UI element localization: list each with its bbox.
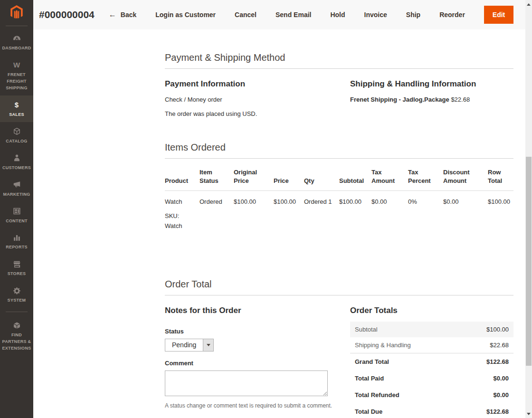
sidebar-item-label: CATALOG — [1, 138, 32, 145]
sidebar-item-catalog[interactable]: CATALOG — [0, 122, 33, 149]
totals-label: Total Refunded — [355, 391, 399, 399]
sidebar-item-label: SYSTEM — [1, 297, 32, 304]
shipping-method: Frenet Shipping - Jadlog.Package $22.68 — [350, 96, 513, 103]
status-select-arrow[interactable] — [203, 339, 213, 351]
dashboard-icon — [1, 34, 32, 43]
admin-sidebar: DASHBOARD W FRENET FREIGHT SHIPPING $ SA… — [0, 0, 33, 418]
sidebar-item-stores[interactable]: STORES — [0, 255, 33, 281]
comment-label: Comment — [165, 360, 350, 367]
comment-textarea[interactable] — [165, 370, 328, 396]
login-as-customer-button[interactable]: Login as Customer — [155, 11, 216, 19]
sidebar-item-sales[interactable]: $ SALES — [0, 95, 33, 122]
cell-price: $100.00 — [274, 191, 304, 233]
col-qty: Qty — [304, 165, 339, 191]
sku-label: SKU: — [165, 211, 196, 221]
cell-subtotal: $100.00 — [339, 191, 371, 233]
vertical-scrollbar[interactable] — [525, 0, 532, 418]
order-view-content: Payment & Shipping Method Payment Inform… — [33, 29, 525, 418]
totals-label: Total Paid — [355, 375, 384, 382]
page-header: #000000004 ← Back Login as Customer Canc… — [33, 0, 525, 29]
table-header-row: Product Item Status Original Price Price… — [165, 165, 513, 191]
totals-value: $0.00 — [493, 391, 509, 399]
payment-method: Check / Money order — [165, 96, 350, 103]
order-totals-column: Order Totals Subtotal $100.00 Shipping &… — [350, 306, 513, 418]
product-name: Watch — [165, 198, 196, 205]
col-product: Product — [165, 165, 200, 191]
totals-value: $0.00 — [493, 375, 509, 382]
cell-discount-amount: $0.00 — [443, 191, 488, 233]
shipping-information-heading: Shipping & Handling Information — [350, 79, 513, 89]
totals-row-shipping: Shipping & Handling $22.68 — [350, 337, 513, 353]
sidebar-item-label: DASHBOARD — [1, 45, 32, 52]
scrollbar-thumb[interactable] — [526, 157, 532, 366]
stores-icon — [1, 259, 32, 269]
col-price: Price — [274, 165, 304, 191]
header-actions: ← Back Login as Customer Cancel Send Ema… — [109, 6, 514, 24]
sidebar-item-find-partners[interactable]: FIND PARTNERS & EXTENSIONS — [0, 316, 33, 356]
col-tax-percent: Tax Percent — [408, 165, 443, 191]
currency-note: The order was placed using USD. — [165, 110, 350, 117]
order-totals-heading: Order Totals — [350, 306, 513, 315]
order-total-title: Order Total — [165, 279, 513, 295]
sidebar-item-content[interactable]: CONTENT — [0, 202, 33, 228]
sidebar-item-reports[interactable]: REPORTS — [0, 228, 33, 255]
edit-button[interactable]: Edit — [484, 6, 513, 24]
ship-button[interactable]: Ship — [406, 11, 420, 19]
sidebar-divider — [6, 312, 28, 312]
order-total-section: Order Total Notes for this Order Status … — [165, 279, 513, 418]
col-original-price: Original Price — [234, 165, 274, 191]
cell-product: Watch SKU: Watch — [165, 191, 200, 233]
cell-qty: Ordered 1 — [304, 191, 339, 233]
notes-heading: Notes for this Order — [165, 306, 350, 315]
payment-shipping-title: Payment & Shipping Method — [165, 52, 513, 69]
sidebar-item-label: REPORTS — [1, 244, 32, 251]
status-label: Status — [165, 328, 350, 335]
sidebar-item-label: FRENET FREIGHT SHIPPING — [1, 72, 32, 92]
table-row: Watch SKU: Watch Ordered $100.00 $100.00… — [165, 191, 513, 233]
totals-row-total-refunded: Total Refunded $0.00 — [350, 387, 513, 403]
sidebar-item-frenet-freight-shipping[interactable]: W FRENET FREIGHT SHIPPING — [0, 56, 33, 95]
invoice-button[interactable]: Invoice — [364, 11, 387, 19]
totals-row-subtotal: Subtotal $100.00 — [350, 322, 513, 337]
shipping-method-name: Frenet Shipping - Jadlog.Package — [350, 96, 449, 103]
totals-label: Subtotal — [355, 326, 378, 333]
magento-logo[interactable] — [0, 0, 33, 25]
comment-hint: A status change or comment text is requi… — [165, 402, 350, 409]
send-email-button[interactable]: Send Email — [276, 11, 311, 19]
sidebar-item-label: SALES — [1, 112, 32, 118]
col-subtotal: Subtotal — [339, 165, 371, 191]
sidebar-item-label: FIND PARTNERS & EXTENSIONS — [1, 332, 32, 352]
col-item-status: Item Status — [200, 165, 234, 191]
reports-icon — [1, 233, 32, 242]
product-sku: SKU: Watch — [165, 211, 196, 231]
marketing-icon — [1, 180, 32, 190]
totals-value: $100.00 — [486, 326, 509, 333]
sidebar-item-label: MARKETING — [1, 191, 32, 198]
sidebar-item-label: CUSTOMERS — [1, 165, 32, 171]
payment-information-heading: Payment Information — [165, 79, 350, 89]
sidebar-item-marketing[interactable]: MARKETING — [0, 175, 33, 202]
cancel-button[interactable]: Cancel — [235, 11, 256, 19]
sidebar-item-system[interactable]: SYSTEM — [0, 281, 33, 308]
scroll-down-button[interactable] — [525, 410, 532, 417]
back-button[interactable]: ← Back — [109, 11, 136, 19]
logo-divider — [6, 26, 28, 26]
totals-value: $122.68 — [486, 408, 509, 415]
hold-button[interactable]: Hold — [330, 11, 345, 19]
system-icon — [1, 286, 32, 295]
scroll-up-button[interactable] — [525, 1, 532, 8]
totals-label: Shipping & Handling — [355, 342, 411, 349]
page-title: #000000004 — [39, 9, 95, 20]
reorder-button[interactable]: Reorder — [439, 11, 465, 19]
totals-row-grand-total: Grand Total $122.68 — [350, 353, 513, 370]
sidebar-item-dashboard[interactable]: DASHBOARD — [0, 29, 33, 56]
magento-logo-icon — [8, 4, 25, 21]
cell-tax-percent: 0% — [408, 191, 443, 233]
scroll-up-icon — [527, 3, 531, 6]
catalog-icon — [1, 127, 32, 136]
find-partners-icon — [1, 321, 32, 330]
content-icon — [1, 207, 32, 216]
totals-value: $122.68 — [486, 358, 509, 365]
sidebar-item-customers[interactable]: CUSTOMERS — [0, 149, 33, 175]
status-select[interactable]: Pending — [165, 339, 214, 352]
